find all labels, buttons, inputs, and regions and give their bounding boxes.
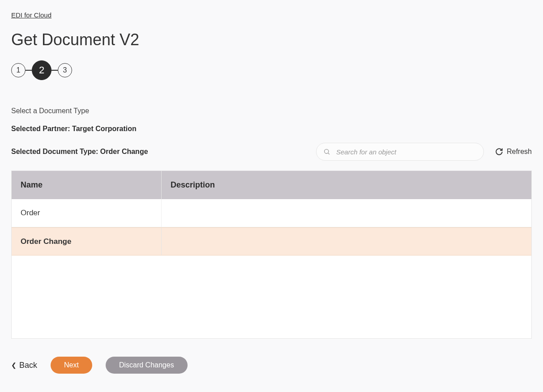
table-empty-area	[12, 256, 531, 338]
refresh-icon	[495, 148, 503, 156]
svg-line-1	[328, 153, 329, 154]
search-wrapper	[316, 143, 484, 161]
discard-button[interactable]: Discard Changes	[106, 357, 188, 374]
back-button[interactable]: ❮ Back	[11, 361, 37, 370]
step-connector	[26, 70, 32, 71]
page-title: Get Document V2	[11, 30, 532, 49]
cell-description	[162, 199, 531, 227]
column-header-description: Description	[162, 171, 531, 199]
column-header-name: Name	[12, 171, 162, 199]
search-icon	[323, 148, 330, 155]
step-2[interactable]: 2	[32, 60, 51, 80]
step-connector	[51, 70, 58, 71]
cell-description	[162, 228, 531, 255]
footer-buttons: ❮ Back Next Discard Changes	[11, 357, 532, 374]
cell-name: Order	[12, 199, 162, 227]
table-row[interactable]: Order	[12, 199, 531, 227]
breadcrumb-link[interactable]: EDI for Cloud	[11, 11, 51, 19]
svg-point-0	[325, 149, 329, 153]
table-header: Name Description	[12, 171, 531, 199]
next-button[interactable]: Next	[51, 357, 92, 374]
step-3[interactable]: 3	[58, 63, 72, 77]
search-input[interactable]	[316, 143, 484, 161]
stepper: 1 2 3	[11, 60, 532, 80]
step-1[interactable]: 1	[11, 63, 26, 77]
selected-doc-type: Selected Document Type: Order Change	[11, 148, 148, 156]
selected-partner: Selected Partner: Target Corporation	[11, 125, 532, 133]
table-row[interactable]: Order Change	[12, 227, 531, 256]
back-label: Back	[19, 361, 37, 370]
refresh-label: Refresh	[507, 148, 532, 156]
section-label: Select a Document Type	[11, 107, 532, 115]
document-type-table: Name Description Order Order Change	[11, 170, 532, 339]
cell-name: Order Change	[12, 228, 162, 255]
refresh-button[interactable]: Refresh	[495, 148, 532, 156]
chevron-left-icon: ❮	[11, 362, 17, 369]
